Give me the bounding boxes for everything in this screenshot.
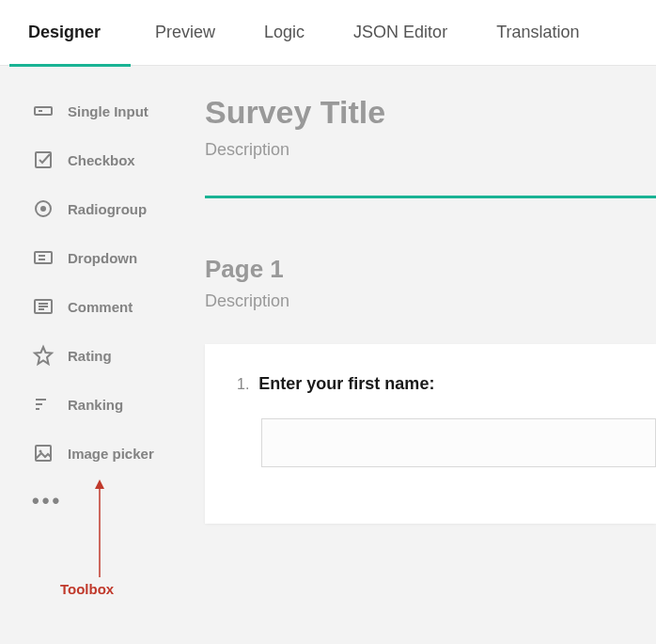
survey-description[interactable]: Description [205, 140, 656, 160]
toolbox-item-rating[interactable]: Rating [0, 331, 177, 380]
toolbox-item-label: Checkbox [68, 152, 135, 168]
question-row: 1. Enter your first name: [237, 374, 656, 394]
toolbox: Single Input Checkbox Radiogroup [0, 66, 177, 644]
toolbox-item-label: Dropdown [68, 250, 137, 266]
survey-title[interactable]: Survey Title [205, 94, 656, 131]
rating-icon [32, 344, 55, 367]
designer-canvas: Survey Title Description Page 1 Descript… [177, 66, 656, 644]
toolbox-item-dropdown[interactable]: Dropdown [0, 233, 177, 282]
toolbox-item-comment[interactable]: Comment [0, 282, 177, 331]
toolbox-item-label: Rating [68, 348, 112, 364]
svg-rect-15 [36, 446, 51, 461]
tab-translation[interactable]: Translation [472, 0, 603, 66]
image-picker-icon [32, 442, 55, 464]
svg-point-4 [40, 206, 46, 212]
toolbox-item-radiogroup[interactable]: Radiogroup [0, 184, 177, 233]
toolbox-item-label: Comment [68, 299, 133, 315]
tab-logic[interactable]: Logic [240, 0, 329, 66]
toolbox-item-checkbox[interactable]: Checkbox [0, 135, 177, 184]
toolbox-more[interactable]: ••• [0, 478, 177, 525]
toolbox-item-ranking[interactable]: Ranking [0, 380, 177, 429]
tab-json-editor[interactable]: JSON Editor [329, 0, 472, 66]
annotation-label: Toolbox [60, 581, 114, 597]
tab-bar: Designer Preview Logic JSON Editor Trans… [0, 0, 656, 66]
toolbox-item-single-input[interactable]: Single Input [0, 86, 177, 135]
workspace: Single Input Checkbox Radiogroup [0, 66, 656, 644]
tab-preview[interactable]: Preview [131, 0, 240, 66]
toolbox-item-label: Radiogroup [68, 201, 147, 217]
survey-divider [205, 196, 656, 198]
svg-rect-5 [35, 252, 52, 263]
question-input[interactable] [261, 418, 656, 467]
ranking-icon [32, 393, 55, 416]
comment-icon [32, 295, 55, 318]
toolbox-item-label: Single Input [68, 103, 148, 119]
question-number: 1. [237, 376, 249, 393]
svg-rect-0 [35, 107, 52, 115]
radiogroup-icon [32, 197, 55, 220]
single-input-icon [32, 100, 55, 122]
tab-designer[interactable]: Designer [9, 0, 131, 66]
question-card[interactable]: 1. Enter your first name: [205, 344, 656, 524]
toolbox-item-label: Ranking [68, 397, 123, 413]
page-title[interactable]: Page 1 [205, 255, 656, 284]
page-description[interactable]: Description [205, 291, 656, 311]
toolbox-item-label: Image picker [68, 446, 154, 462]
dropdown-icon [32, 246, 55, 269]
more-icon: ••• [32, 489, 62, 512]
question-text[interactable]: Enter your first name: [258, 374, 434, 394]
toolbox-item-image-picker[interactable]: Image picker [0, 429, 177, 478]
checkbox-icon [32, 149, 55, 171]
